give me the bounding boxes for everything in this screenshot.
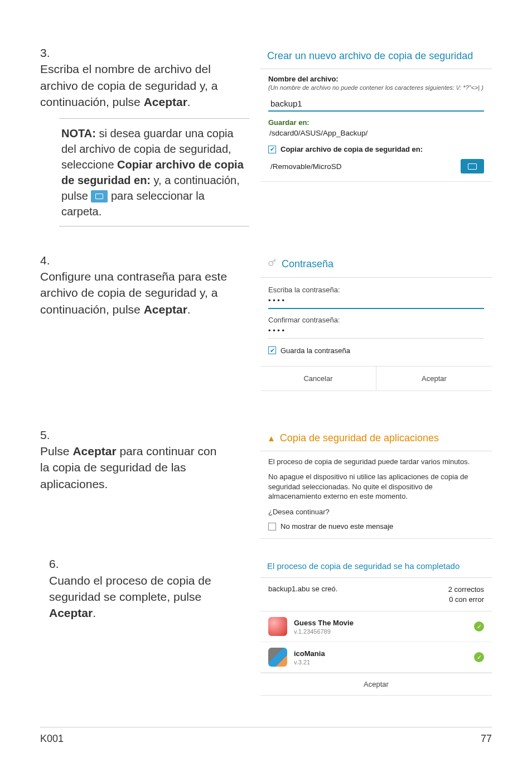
step6-t1: Cuando el proceso de copia de seguridad … <box>49 574 211 603</box>
complete-panel: El proceso de copia de seguridad se ha c… <box>260 556 492 696</box>
savein-label: Guardar en: <box>268 118 484 127</box>
confirm-backup-panel: ▲ Copia de seguridad de aplicaciones El … <box>260 427 492 539</box>
copy-checkbox-label: Copiar archivo de copia de seguridad en: <box>280 145 423 153</box>
panel3-title: Copia de seguridad de aplicaciones <box>280 432 439 444</box>
step4-number: 4. <box>40 252 59 268</box>
warning-icon: ▲ <box>267 433 275 443</box>
note-label: NOTA: <box>61 127 99 139</box>
step5-t1: Pulse <box>40 445 72 457</box>
created-file-label: backup1.abu se creó. <box>268 585 337 604</box>
app2-version: v.3.21 <box>294 659 325 666</box>
panel2-header: Contraseña <box>260 252 492 278</box>
app2-icon <box>268 648 287 667</box>
step3-period: . <box>187 95 191 108</box>
panel3-msg3: ¿Desea continuar? <box>268 507 484 517</box>
save-password-label: Guarda la contraseña <box>280 346 350 355</box>
create-backup-panel: Crear un nuevo archivo de copia de segur… <box>260 45 492 182</box>
app1-version: v.1.23456789 <box>294 628 354 635</box>
app1-icon <box>268 617 287 636</box>
key-icon <box>267 258 277 271</box>
step5-accept-bold: Aceptar <box>72 445 116 457</box>
panel1-title: Crear un nuevo archivo de copia de segur… <box>260 45 492 69</box>
step5-number: 5. <box>40 427 59 443</box>
step4-period: . <box>187 303 191 316</box>
dont-show-checkbox[interactable] <box>268 523 276 531</box>
footer-model: K001 <box>40 733 64 745</box>
status-ok-icon: ✓ <box>474 621 484 631</box>
step6-t2: . <box>93 606 96 619</box>
step5-body: Pulse Aceptar para continuar con la copi… <box>40 443 228 492</box>
step6-accept-bold: Aceptar <box>49 606 93 619</box>
app-row-2: icoMania v.3.21 ✓ <box>260 642 492 673</box>
app-row-1: Guess The Movie v.1.23456789 ✓ <box>260 611 492 642</box>
panel3-msg2: No apague el dispositivo ni utilice las … <box>268 472 484 502</box>
ok-count: 2 correctos <box>448 585 484 595</box>
accept-final-button[interactable]: Aceptar <box>260 673 492 695</box>
step3-accept-bold: Aceptar <box>144 95 187 108</box>
copy-checkbox[interactable] <box>268 146 276 153</box>
filename-label: Nombre del archivo: <box>268 75 484 83</box>
panel3-header: ▲ Copia de seguridad de aplicaciones <box>260 427 492 451</box>
accept-button[interactable]: Aceptar <box>376 367 492 390</box>
page-number: 77 <box>481 733 492 745</box>
password-input[interactable]: • • • • <box>268 296 484 309</box>
save-password-checkbox[interactable] <box>268 346 276 354</box>
step4-text: Configure una contraseña para este archi… <box>40 270 227 316</box>
err-count: 0 con error <box>448 595 484 605</box>
folder-icon <box>468 163 477 170</box>
app1-name: Guess The Movie <box>294 619 354 627</box>
result-header: backup1.abu se creó. 2 correctos 0 con e… <box>260 578 492 611</box>
panel2-title: Contraseña <box>282 258 333 270</box>
confirm-password-input[interactable]: • • • • <box>268 326 484 339</box>
password-panel: Contraseña Escriba la contraseña: • • • … <box>260 252 492 391</box>
enter-pw-label: Escriba la contraseña: <box>268 286 484 294</box>
step3-number: 3. <box>40 45 59 61</box>
browse-folder-button[interactable] <box>461 159 484 173</box>
panel3-msg1: El proceso de copia de seguridad puede t… <box>268 457 484 467</box>
note-box: NOTA: si desea guardar una copia del arc… <box>59 118 249 226</box>
step6-body: Cuando el proceso de copia de seguridad … <box>49 572 228 621</box>
folder-icon <box>91 190 108 202</box>
status-ok-icon: ✓ <box>474 652 484 662</box>
panel4-title: El proceso de copia de seguridad se ha c… <box>260 556 492 578</box>
step4-body: Configure una contraseña para este archi… <box>40 268 228 317</box>
cancel-button[interactable]: Cancelar <box>260 367 376 390</box>
filename-input[interactable]: backup1 <box>268 95 484 112</box>
filename-hint: (Un nombre de archivo no puede contener … <box>268 84 484 91</box>
confirm-pw-label: Confirmar contraseña: <box>268 316 484 324</box>
step3-body: Escriba el nombre de archivo del archivo… <box>40 61 228 110</box>
step3-text: Escriba el nombre de archivo del archivo… <box>40 62 217 108</box>
dont-show-label: No mostrar de nuevo este mensaje <box>280 522 393 531</box>
savein-path: /sdcard0/ASUS/App_Backup/ <box>268 129 484 137</box>
dest-path: /Removable/MicroSD <box>268 162 342 171</box>
step4-accept-bold: Aceptar <box>144 303 187 316</box>
app2-name: icoMania <box>294 649 325 658</box>
step6-number: 6. <box>49 556 68 572</box>
